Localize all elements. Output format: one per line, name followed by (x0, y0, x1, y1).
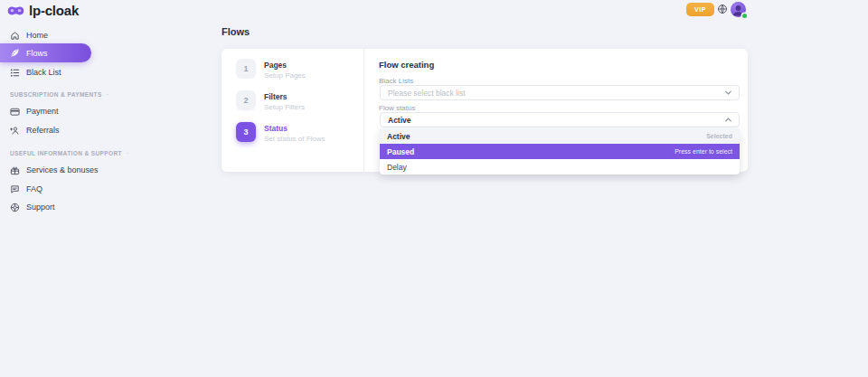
sidebar-item-label: Services & bonuses (26, 165, 99, 174)
vip-button[interactable]: VIP (686, 3, 714, 16)
option-label: Delay (387, 163, 407, 172)
chevron-down-icon (725, 90, 731, 95)
wizard-step-status[interactable]: 3 Status Set status of Flows (236, 122, 326, 143)
dropdown-option-active[interactable]: Active Selected (380, 128, 740, 144)
globe-icon[interactable] (717, 4, 728, 14)
user-avatar[interactable] (731, 2, 746, 17)
black-lists-placeholder: Please select black list (388, 89, 466, 98)
faq-icon (10, 184, 20, 194)
option-label: Paused (387, 147, 414, 156)
sidebar-item-label: Flows (26, 49, 48, 58)
sidebar-section-subscription: SUBSCRIPTION & PAYMENTS (10, 91, 98, 98)
sidebar-item-flows[interactable]: Flows (0, 43, 91, 62)
app-window: lp-cloak VIP Home Flows Black List SUBSC… (0, 0, 868, 377)
sidebar-item-payment[interactable]: Payment (0, 102, 99, 120)
sidebar-item-referrals[interactable]: Referrals (0, 121, 99, 139)
dropdown-option-paused[interactable]: Paused Press enter to select (380, 144, 740, 159)
sidebar-item-label: Home (26, 31, 48, 40)
mask-logo-icon (7, 5, 24, 16)
wizard-step-filters[interactable]: 2 Filters Setup Filters (236, 90, 305, 111)
blacklist-icon (10, 68, 20, 78)
online-status-dot (742, 14, 747, 18)
selected-badge: Selected (706, 133, 732, 139)
support-icon (10, 203, 20, 212)
sidebar-item-label: Support (26, 203, 55, 212)
sidebar-item-label: FAQ (26, 184, 42, 193)
step-title: Pages (264, 61, 306, 70)
flow-status-dropdown: Active Selected Paused Press enter to se… (380, 128, 740, 174)
sidebar-item-faq[interactable]: FAQ (0, 180, 99, 198)
step-number-badge: 2 (236, 90, 256, 110)
flow-creating-card: 1 Pages Setup Pages 2 Filters Setup Filt… (222, 49, 748, 172)
brand-name: lp-cloak (29, 3, 79, 18)
step-title: Filters (264, 92, 305, 101)
sidebar-item-services[interactable]: Services & bonuses (0, 161, 99, 179)
step-subtitle: Set status of Flows (264, 135, 326, 143)
sidebar-item-label: Payment (26, 107, 59, 116)
step-number-badge: 3 (236, 122, 256, 142)
home-icon (10, 31, 20, 41)
flows-icon (10, 48, 20, 58)
services-icon (10, 165, 20, 175)
dropdown-option-delay[interactable]: Delay (380, 159, 740, 174)
form-title: Flow creating (379, 60, 434, 70)
sidebar-item-black-list[interactable]: Black List (0, 63, 99, 81)
section-title-label: USEFUL INFORMATION & SUPPORT (10, 150, 122, 156)
sidebar-section-support: USEFUL INFORMATION & SUPPORT (10, 150, 98, 156)
black-lists-select[interactable]: Please select black list (380, 85, 740, 100)
payment-icon (10, 107, 20, 117)
option-label: Active (387, 132, 410, 141)
section-title-label: SUBSCRIPTION & PAYMENTS (10, 91, 102, 98)
vertical-divider (363, 49, 364, 172)
flow-status-select[interactable]: Active (380, 112, 740, 127)
brand-logo[interactable]: lp-cloak (7, 3, 79, 18)
step-title: Status (264, 124, 326, 133)
step-number-badge: 1 (236, 59, 256, 79)
sidebar-item-support[interactable]: Support (0, 198, 99, 216)
sidebar-item-label: Black List (26, 68, 61, 77)
chevron-up-icon (725, 118, 731, 122)
black-lists-label: Black Lists (379, 77, 413, 85)
step-subtitle: Setup Filters (264, 103, 305, 111)
flow-status-label: Flow status (379, 104, 415, 112)
page-title: Flows (222, 26, 250, 37)
referrals-icon (10, 126, 20, 136)
sidebar-item-label: Referrals (26, 126, 60, 135)
flow-status-value: Active (388, 116, 411, 125)
wizard-step-pages[interactable]: 1 Pages Setup Pages (236, 59, 306, 80)
press-enter-hint: Press enter to select (675, 148, 732, 155)
step-subtitle: Setup Pages (264, 71, 306, 80)
sidebar-item-home[interactable]: Home (0, 26, 99, 44)
